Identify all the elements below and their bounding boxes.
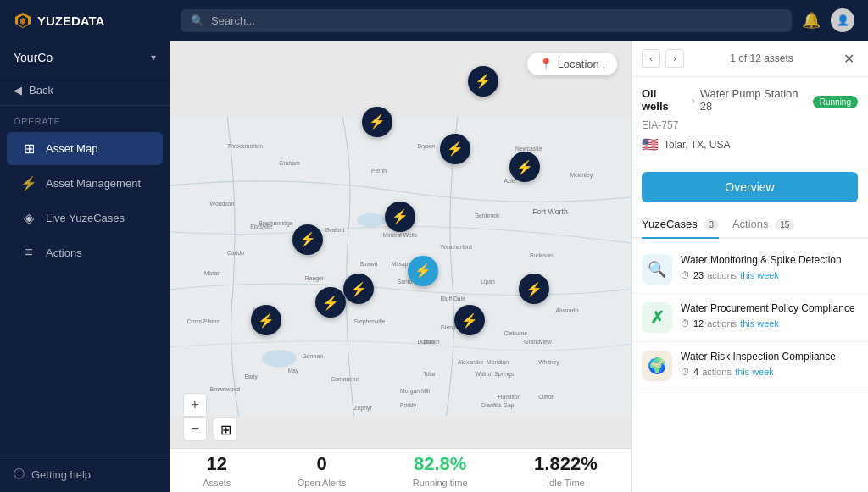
panel-prev-button[interactable]: ‹: [642, 49, 660, 68]
svg-text:Graford: Graford: [326, 227, 345, 233]
svg-text:Newcastle: Newcastle: [515, 146, 542, 152]
map-container[interactable]: Fort Worth Graham Perrin Throckmorton Wo…: [170, 41, 631, 492]
user-avatar[interactable]: 👤: [831, 8, 854, 32]
header: YUZEDATA 🔍 Search... 🔔 👤: [0, 0, 868, 41]
live-yuzecases-icon: ◈: [20, 210, 37, 226]
svg-text:Azle: Azle: [504, 178, 515, 184]
sidebar-item-label-asset-management: Asset Management: [46, 177, 141, 190]
svg-text:Breckenridge: Breckenridge: [259, 220, 292, 227]
map-pin-1[interactable]: ⚡: [315, 287, 346, 318]
case-info-1: Water Procurement Policy Compliance ⏱ 12…: [681, 302, 858, 329]
svg-text:Cross Plains: Cross Plains: [186, 319, 220, 325]
svg-text:Bryson: Bryson: [417, 143, 435, 150]
map-layer-button[interactable]: ⊞: [214, 417, 237, 441]
sidebar-item-asset-map[interactable]: ⊞ Asset Map: [7, 132, 163, 165]
case-info-2: Water Risk Inspection Compliance ⏱ 4 act…: [681, 351, 858, 377]
svg-text:May: May: [287, 368, 298, 374]
company-selector[interactable]: YourCo ▾: [0, 41, 170, 75]
svg-point-4: [262, 350, 297, 367]
search-icon: 🔍: [191, 14, 204, 27]
stat-running-time-value: 82.8%: [413, 453, 468, 475]
breadcrumb-separator: ›: [691, 94, 694, 107]
case-icon-0: 🔍: [642, 254, 672, 285]
case-meta-1: ⏱ 12 actions this week: [681, 318, 858, 329]
logo-icon: [14, 11, 32, 30]
header-search[interactable]: 🔍 Search...: [181, 9, 792, 32]
tab-yuzecases[interactable]: YuzeCases 3: [642, 211, 719, 239]
map-pin-10[interactable]: ⚡: [292, 224, 323, 255]
map-pin-6[interactable]: ⚡: [519, 274, 549, 304]
actions-icon: ≡: [20, 245, 37, 260]
svg-text:Clifton: Clifton: [538, 394, 554, 400]
overview-button[interactable]: Overview: [642, 172, 858, 202]
cases-list: 🔍 Water Monitoring & Spike Detection ⏱ 2…: [632, 239, 868, 492]
asset-breadcrumb: Oil wells › Water Pump Station 28: [642, 87, 813, 113]
svg-text:Moran: Moran: [204, 270, 220, 276]
sidebar: YourCo ▾ ◀ Back Operate ⊞ Asset Map ⚡ As…: [0, 41, 170, 492]
svg-text:Tolar: Tolar: [423, 371, 436, 377]
case-count-0: 23: [693, 270, 704, 280]
asset-map-icon: ⊞: [20, 141, 37, 157]
svg-text:Grandview: Grandview: [524, 339, 552, 345]
case-clock-icon-0: ⏱: [681, 270, 690, 280]
svg-text:Strawn: Strawn: [359, 262, 377, 268]
case-item-2[interactable]: 🌍 Water Risk Inspection Compliance ⏱ 4 a…: [632, 342, 868, 390]
bottom-stats-bar: 12 Assets 0 Open Alerts 82.8% Running ti…: [170, 448, 631, 492]
notification-bell-icon[interactable]: 🔔: [802, 11, 821, 30]
case-item-0[interactable]: 🔍 Water Monitoring & Spike Detection ⏱ 2…: [632, 246, 868, 294]
zoom-out-button[interactable]: −: [183, 417, 207, 441]
svg-text:Dublin: Dublin: [423, 339, 439, 345]
stat-open-alerts: 0 Open Alerts: [298, 453, 346, 487]
case-item-1[interactable]: ✗ Water Procurement Policy Compliance ⏱ …: [632, 294, 868, 342]
tab-actions[interactable]: Actions 15: [732, 211, 794, 239]
svg-text:Meridian: Meridian: [487, 359, 509, 365]
svg-text:Ranger: Ranger: [305, 276, 325, 283]
svg-text:Early: Early: [244, 373, 258, 380]
map-pin-5[interactable]: ⚡: [509, 152, 540, 182]
map-pin-11[interactable]: ⚡: [251, 305, 281, 335]
svg-text:Graham: Graham: [279, 161, 300, 167]
case-clock-icon-1: ⏱: [681, 318, 690, 329]
case-meta-2: ⏱ 4 actions this week: [681, 367, 858, 377]
map-pin-2[interactable]: ⚡: [362, 107, 392, 137]
svg-text:Cranfills Gap: Cranfills Gap: [481, 402, 515, 409]
back-arrow-icon: ◀: [14, 84, 22, 97]
map-background: Fort Worth Graham Perrin Throckmorton Wo…: [170, 41, 631, 492]
map-pin-9[interactable]: ⚡: [343, 274, 374, 304]
map-pin-8[interactable]: ⚡: [408, 256, 438, 286]
asset-location: 🇺🇸 Tolar, TX, USA: [642, 136, 858, 152]
case-title-0: Water Monitoring & Spike Detection: [681, 254, 858, 268]
sidebar-item-live-yuzecases[interactable]: ◈ Live YuzeCases: [7, 202, 163, 235]
svg-text:Hamilton: Hamilton: [498, 394, 521, 400]
map-pin-7[interactable]: ⚡: [385, 202, 415, 232]
sidebar-item-label-live-yuzecases: Live YuzeCases: [46, 212, 125, 224]
location-search[interactable]: 📍 Location ,: [527, 53, 617, 75]
sidebar-item-asset-management[interactable]: ⚡ Asset Management: [7, 167, 163, 200]
header-right: 🔔 👤: [802, 8, 854, 32]
map-pin-3[interactable]: ⚡: [440, 134, 470, 164]
stat-assets-value: 12: [203, 453, 231, 475]
map-zoom-controls: + −: [183, 393, 207, 441]
map-pin-4[interactable]: ⚡: [468, 66, 498, 97]
case-clock-icon-2: ⏱: [681, 367, 690, 377]
right-panel: ‹ › 1 of 12 assets ✕ Oil wells › Water P…: [631, 41, 868, 492]
sidebar-bottom: ⓘ Getting help: [0, 456, 170, 492]
asset-header: Oil wells › Water Pump Station 28 Runnin…: [632, 77, 868, 163]
getting-help-item[interactable]: ⓘ Getting help: [14, 467, 156, 482]
back-button[interactable]: ◀ Back: [0, 75, 170, 106]
asset-location-text: Tolar, TX, USA: [664, 139, 730, 151]
main-layout: YourCo ▾ ◀ Back Operate ⊞ Asset Map ⚡ As…: [0, 41, 868, 492]
case-count-2: 4: [693, 367, 698, 377]
map-pin-12[interactable]: ⚡: [454, 305, 485, 335]
zoom-in-button[interactable]: +: [183, 393, 207, 417]
tab-actions-label: Actions: [732, 218, 769, 230]
svg-text:Alvarado: Alvarado: [556, 307, 579, 313]
panel-close-button[interactable]: ✕: [839, 49, 858, 68]
sidebar-item-actions[interactable]: ≡ Actions: [7, 236, 163, 268]
search-placeholder: Search...: [211, 14, 255, 27]
panel-next-button[interactable]: ›: [665, 49, 684, 68]
svg-text:Brownwood: Brownwood: [210, 386, 241, 392]
svg-text:Perrin: Perrin: [371, 168, 387, 174]
case-info-0: Water Monitoring & Spike Detection ⏱ 23 …: [681, 254, 858, 280]
panel-tabs: YuzeCases 3 Actions 15: [632, 211, 868, 239]
